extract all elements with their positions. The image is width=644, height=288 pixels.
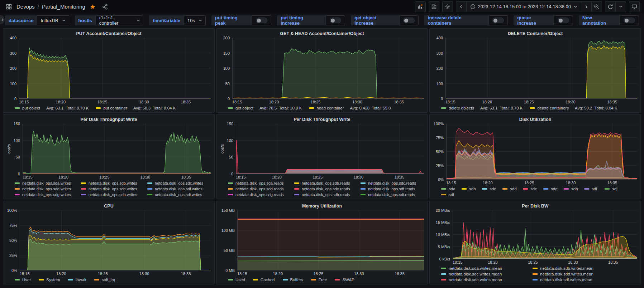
- time-range-picker[interactable]: 2023-12-14 18:15:00 to 2023-12-14 18:38:…: [466, 1, 582, 12]
- chart-canvas[interactable]: [233, 38, 424, 98]
- legend-item[interactable]: put containerAvg: 58.3 Total: 8.04 K: [96, 106, 176, 110]
- chart-region[interactable]: [445, 38, 637, 99]
- legend-item[interactable]: Free: [311, 278, 327, 282]
- queue-increase-switch[interactable]: [554, 15, 573, 25]
- new-annotation-switch[interactable]: [620, 15, 639, 25]
- legend-item[interactable]: head containerAvg: 0.428 Total: 59.0: [309, 106, 391, 110]
- chart-region[interactable]: [23, 124, 211, 174]
- kiosk-mode-button[interactable]: [629, 1, 640, 12]
- legend-item[interactable]: netdata.disk_ops.sdg.writes: [15, 192, 78, 197]
- legend-item[interactable]: netdata.disk_ops.sdf.writes: [147, 187, 211, 191]
- legend-item[interactable]: sdc: [482, 187, 502, 191]
- breadcrumb-folder[interactable]: Devops: [16, 4, 35, 10]
- time-shift-forward-button[interactable]: [581, 1, 592, 12]
- dashboard-settings-gear-icon[interactable]: [442, 1, 453, 12]
- legend-item[interactable]: SWAP: [335, 278, 354, 282]
- legend-item[interactable]: Iowait: [68, 278, 86, 282]
- chart-region[interactable]: [20, 210, 211, 270]
- legend-item[interactable]: User: [15, 278, 31, 282]
- legend-item[interactable]: netdata.disk.sdf.writes.mean: [533, 278, 624, 282]
- legend-item[interactable]: netdata.disk.sda.writes.mean: [441, 266, 533, 270]
- legend-item[interactable]: Buffers: [283, 278, 303, 282]
- legend-item[interactable]: netdata.disk_ops.sdb.reads: [294, 181, 358, 185]
- legend-item[interactable]: delete objectsAvg: 63.1 Total: 8.70 K: [441, 106, 523, 110]
- legend-item[interactable]: soft_irq: [94, 278, 115, 282]
- legend-item[interactable]: netdata.disk_ops.sdh.writes: [81, 192, 144, 197]
- chart-canvas[interactable]: [19, 38, 211, 98]
- panel-title[interactable]: Per Disk BW: [433, 202, 637, 210]
- timeVariable-select[interactable]: 10s: [184, 15, 206, 25]
- legend-item[interactable]: sdj: [605, 187, 625, 191]
- legend-item[interactable]: netdata.disk_ops.sdd.reads: [228, 187, 291, 191]
- chart-region[interactable]: [232, 38, 424, 99]
- chart-canvas[interactable]: [238, 210, 424, 270]
- legend-item[interactable]: netdata.disk.sdb.writes.mean: [533, 266, 624, 270]
- legend-item[interactable]: netdata.disk_ops.sdb.writes: [81, 181, 144, 185]
- legend-item[interactable]: netdata.disk_ops.sdh.reads: [294, 192, 358, 197]
- legend-item[interactable]: Used: [228, 278, 245, 282]
- chart-region[interactable]: [446, 124, 637, 180]
- time-shift-back-button[interactable]: [456, 1, 467, 12]
- legend-item[interactable]: sdg: [543, 187, 564, 191]
- panel-title[interactable]: Memory Utilization: [220, 202, 424, 210]
- refresh-interval-dropdown[interactable]: [615, 1, 626, 12]
- chart-region[interactable]: [237, 210, 424, 270]
- refresh-button[interactable]: [605, 1, 616, 12]
- add-panel-button[interactable]: [415, 1, 426, 12]
- legend-item[interactable]: Cached: [253, 278, 275, 282]
- legend-item[interactable]: netdata.disk_ops.sdf.reads: [361, 187, 424, 191]
- share-icon[interactable]: [100, 2, 110, 11]
- zoom-out-button[interactable]: [591, 1, 602, 12]
- legend-item[interactable]: sdl: [441, 192, 462, 197]
- legend-item[interactable]: delete containersAvg: 58.2 Total: 8.04 K: [530, 106, 617, 110]
- legend-item[interactable]: System: [39, 278, 60, 282]
- legend-item[interactable]: sdh: [564, 187, 584, 191]
- legend-item[interactable]: netdata.disk_ops.sde.reads: [294, 187, 358, 191]
- legend-item[interactable]: sdi: [584, 187, 605, 191]
- hostls-select[interactable]: r1z1s1-controller: [96, 15, 144, 25]
- chart-canvas[interactable]: [446, 38, 637, 98]
- put-timing-peak-switch[interactable]: [252, 15, 271, 25]
- legend-item[interactable]: netdata.disk_ops.sda.writes: [15, 181, 78, 185]
- dashboard-title[interactable]: Partial_Monitoring: [42, 4, 85, 10]
- apps-grid-icon[interactable]: [4, 2, 14, 11]
- legend-item[interactable]: netdata.disk_ops.sdi.reads: [361, 192, 424, 197]
- favorite-star-icon[interactable]: [88, 2, 97, 11]
- panel-title[interactable]: GET & HEAD Account/Container/Object: [220, 30, 424, 38]
- legend-item[interactable]: sdb: [462, 187, 482, 191]
- legend-item[interactable]: netdata.disk.sdc.writes.mean: [441, 272, 533, 276]
- panel-title[interactable]: Per Disk Throughput Write: [220, 116, 424, 124]
- legend-item[interactable]: put objectAvg: 63.1 Total: 8.70 K: [15, 106, 89, 110]
- chart-region[interactable]: [453, 210, 637, 259]
- legend-item[interactable]: netdata.disk_ops.sdi.writes: [147, 192, 211, 197]
- chart-canvas[interactable]: [20, 210, 211, 270]
- legend-item[interactable]: netdata.disk_ops.sdc.writes: [147, 181, 211, 185]
- legend-item[interactable]: netdata.disk.sde.writes.mean: [441, 278, 533, 282]
- datasource-select[interactable]: InfluxDB: [37, 15, 69, 25]
- panel-title[interactable]: PUT Account/Container/Object: [7, 30, 211, 38]
- legend-item[interactable]: sda: [441, 187, 462, 191]
- legend-item[interactable]: netdata.disk_ops.sdd.writes: [15, 187, 78, 191]
- legend-item[interactable]: netdata.disk_ops.sde.writes: [81, 187, 144, 191]
- chart-canvas[interactable]: [23, 124, 211, 174]
- save-dashboard-button[interactable]: [429, 1, 439, 12]
- legend-item[interactable]: netdata.disk_ops.sda.reads: [228, 181, 291, 185]
- put-timing-increase-switch[interactable]: [326, 15, 345, 25]
- chart-region[interactable]: [19, 38, 211, 99]
- legend-item[interactable]: sdd: [502, 187, 523, 191]
- chart-region[interactable]: [236, 124, 424, 174]
- legend-item[interactable]: netdata.disk_ops.sdg.reads: [228, 192, 291, 197]
- legend-item[interactable]: netdata.disk.sdd.writes.mean: [533, 272, 624, 276]
- panel-title[interactable]: CPU: [7, 202, 211, 210]
- chart-canvas[interactable]: [236, 124, 424, 174]
- panel-title[interactable]: DELETE Container/Object: [433, 30, 637, 38]
- get-object-increase-switch[interactable]: [399, 15, 419, 25]
- legend-item[interactable]: get objectAvg: 78.5 Total: 10.8 K: [228, 106, 302, 110]
- increase-delete-containers-switch[interactable]: [488, 15, 508, 25]
- legend-item[interactable]: sde: [523, 187, 543, 191]
- panel-title[interactable]: Disk Utilization: [433, 116, 637, 124]
- chart-canvas[interactable]: [447, 124, 637, 179]
- chart-canvas[interactable]: [453, 210, 637, 259]
- panel-title[interactable]: Per Disk Throughput Write: [7, 116, 211, 124]
- legend-item[interactable]: netdata.disk_ops.sdc.reads: [361, 181, 424, 185]
